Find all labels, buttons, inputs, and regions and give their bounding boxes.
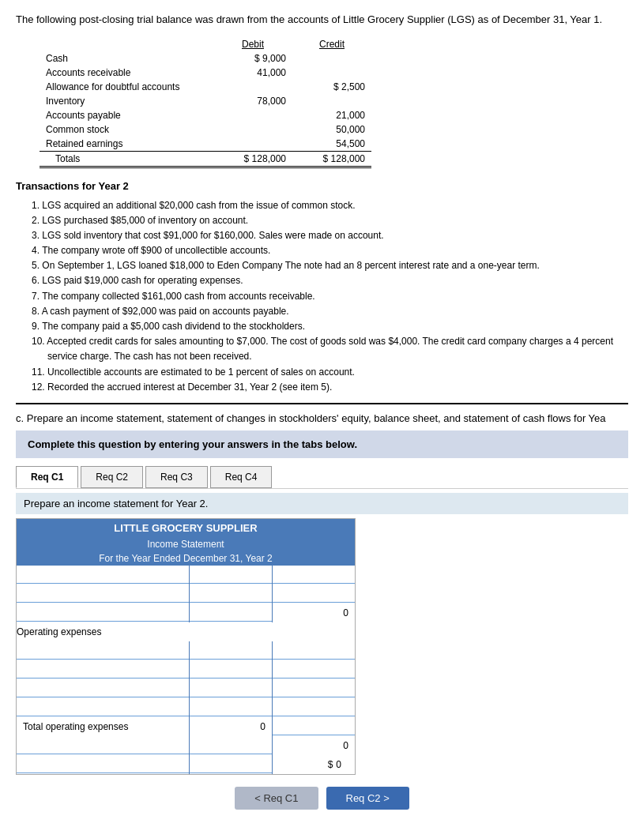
transactions-section: Transactions for Year 2 1. LGS acquired …	[16, 180, 628, 395]
transactions-list: 1. LGS acquired an additional $20,000 ca…	[16, 198, 628, 395]
part-c-label: c. Prepare an income statement, statemen…	[16, 412, 628, 424]
stmt-amount-input-1b[interactable]	[273, 566, 355, 584]
table-row: Common stock 50,000	[40, 122, 371, 137]
statement-subtitle: Income Statement	[17, 537, 355, 551]
statement-title: LITTLE GROCERY SUPPLIER	[17, 519, 355, 537]
debit-header: Debit	[213, 37, 292, 51]
table-row: Accounts payable 21,000	[40, 108, 371, 122]
stmt-amount-input-2a[interactable]	[190, 585, 271, 603]
statement-table: 0 Operating expenses	[17, 566, 355, 774]
trial-balance-table: Debit Credit Cash $ 9,000 Accounts recei…	[40, 37, 371, 168]
list-item: 7. The company collected $161,000 cash f…	[32, 289, 628, 304]
net-income-row: 0	[17, 736, 355, 755]
table-row: Cash $ 9,000	[40, 51, 371, 66]
tab-req-c3[interactable]: Req C3	[145, 466, 208, 488]
statement-period: For the Year Ended December 31, Year 2	[17, 551, 355, 566]
stmt-label-input-1[interactable]	[17, 566, 189, 584]
statement-row-2	[17, 585, 355, 603]
tab-req-c4[interactable]: Req C4	[210, 466, 273, 488]
prepare-label: Prepare an income statement for Year 2.	[16, 493, 628, 514]
totals-row: Totals $ 128,000 $ 128,000	[40, 151, 371, 167]
table-row: Allowance for doubtful accounts $ 2,500	[40, 80, 371, 94]
op-expense-amount-3b[interactable]	[273, 680, 355, 697]
stmt-amount-input-3a[interactable]	[190, 604, 271, 622]
list-item: 11. Uncollectible accounts are estimated…	[32, 365, 628, 380]
op-expense-row-3	[17, 679, 355, 698]
operating-expenses-row: Operating expenses	[17, 622, 355, 641]
table-row: Inventory 78,000	[40, 94, 371, 108]
net-income-amount-a[interactable]	[190, 737, 271, 754]
op-expense-amount-1a[interactable]	[190, 642, 271, 660]
credit-header: Credit	[292, 37, 371, 51]
op-expense-amount-4a[interactable]	[190, 699, 271, 716]
statement-row-1	[17, 566, 355, 585]
list-item: 5. On September 1, LGS loaned $18,000 to…	[32, 258, 628, 273]
final-label-input[interactable]	[17, 756, 189, 773]
dollar-sign: $	[328, 759, 333, 770]
op-expense-amount-2a[interactable]	[190, 661, 271, 679]
tab-req-c1[interactable]: Req C1	[16, 466, 78, 488]
op-expense-row-1	[17, 641, 355, 660]
nav-buttons: < Req C1 Req C2 >	[16, 787, 628, 810]
tabs-container: Req C1 Req C2 Req C3 Req C4	[16, 466, 628, 489]
op-expense-amount-3a[interactable]	[190, 680, 271, 697]
final-zero: 0	[336, 759, 348, 770]
statement-row-3: 0	[17, 603, 355, 622]
stmt-zero-1: 0	[343, 607, 355, 618]
list-item: 2. LGS purchased $85,000 of inventory on…	[32, 213, 628, 228]
list-item: 1. LGS acquired an additional $20,000 ca…	[32, 198, 628, 213]
list-item: 12. Recorded the accrued interest at Dec…	[32, 380, 628, 395]
op-expense-amount-4b[interactable]	[273, 699, 355, 716]
section-divider	[16, 403, 628, 404]
net-income-zero: 0	[343, 740, 355, 751]
final-dollar-row: $ 0	[17, 755, 355, 774]
op-expense-label-2[interactable]	[17, 661, 189, 679]
stmt-label-input-2[interactable]	[17, 585, 189, 603]
list-item: 10. Accepted credit cards for sales amou…	[32, 334, 628, 364]
op-expense-label-3[interactable]	[17, 680, 189, 697]
list-item: 3. LGS sold inventory that cost $91,000 …	[32, 228, 628, 243]
total-operating-expenses-row: Total operating expenses 0	[17, 717, 355, 736]
total-op-expenses-zero: 0	[260, 721, 272, 732]
complete-box: Complete this question by entering your …	[16, 430, 628, 458]
income-statement-wrapper: LITTLE GROCERY SUPPLIER Income Statement…	[16, 518, 356, 775]
stmt-amount-input-1a[interactable]	[190, 566, 271, 584]
next-button[interactable]: Req C2 >	[326, 787, 409, 810]
op-expense-row-2	[17, 660, 355, 679]
intro-text: The following post-closing trial balance…	[16, 12, 628, 28]
list-item: 9. The company paid a $5,000 cash divide…	[32, 319, 628, 334]
list-item: 6. LGS paid $19,000 cash for operating e…	[32, 273, 628, 288]
transactions-title: Transactions for Year 2	[16, 180, 628, 192]
op-expense-label-1[interactable]	[17, 642, 189, 660]
stmt-amount-input-2b[interactable]	[273, 585, 355, 603]
net-income-label[interactable]	[17, 737, 189, 754]
list-item: 8. A cash payment of $92,000 was paid on…	[32, 304, 628, 319]
op-expense-amount-2b[interactable]	[273, 661, 355, 679]
table-row: Retained earnings 54,500	[40, 137, 371, 152]
op-expense-label-4[interactable]	[17, 699, 189, 716]
op-expense-amount-1b[interactable]	[273, 642, 355, 660]
stmt-label-input-3[interactable]	[17, 604, 189, 622]
final-amount-a[interactable]	[190, 756, 271, 773]
prev-button[interactable]: < Req C1	[235, 787, 318, 810]
table-row: Accounts receivable 41,000	[40, 66, 371, 80]
total-op-expenses-input[interactable]	[273, 718, 355, 735]
list-item: 4. The company wrote off $900 of uncolle…	[32, 243, 628, 258]
op-expense-row-4	[17, 698, 355, 717]
tab-req-c2[interactable]: Req C2	[81, 466, 143, 488]
